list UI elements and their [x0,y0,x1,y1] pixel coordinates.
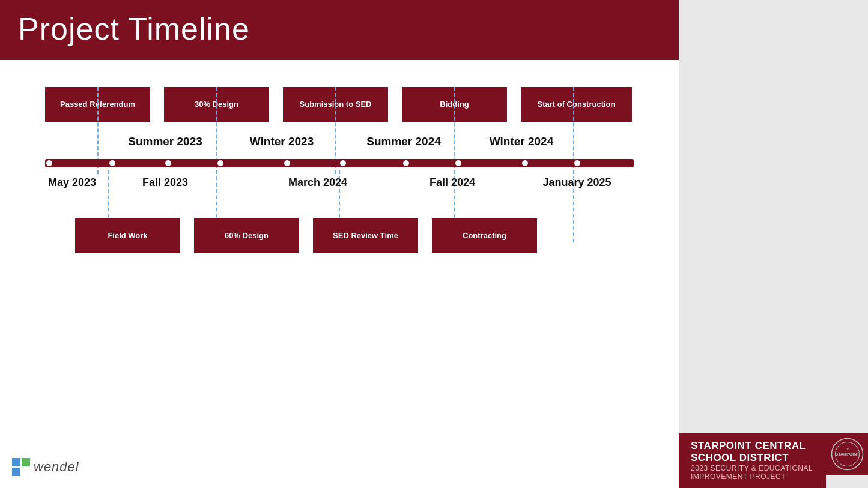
project-name: 2023 SECURITY & EDUCATIONAL IMPROVEMENT … [691,464,814,481]
lower-box-sed-review: SED Review Time [313,218,418,253]
timeline-wrapper: Passed Referendum 30% Design Submission … [45,87,634,267]
dot-8 [521,159,529,167]
svg-text:STARPOINT: STARPOINT [835,452,860,456]
dot-7 [454,159,463,167]
date-label-fall2023: Fall 2023 [129,176,201,189]
dot-1 [108,159,117,167]
timeline-section: Passed Referendum 30% Design Submission … [0,87,679,267]
main-content: Project Timeline Passed Referendum 30% D… [0,0,679,488]
dot-3 [216,159,225,167]
track-container [45,159,634,167]
wendel-green-top-right [22,458,30,466]
season-labels-row: Summer 2023 Winter 2023 Summer 2024 Wint… [45,130,634,159]
lower-boxes-row: Field Work 60% Design SED Review Time [45,218,634,267]
date-label-march2024: March 2024 [276,176,360,189]
lower-box-60-design: 60% Design [194,218,299,253]
date-label-jan2025: January 2025 [530,176,624,189]
seal-icon: STARPOINT ★ [831,438,864,471]
season-label-winter-2023: Winter 2023 [240,135,324,148]
district-name: STARPOINT CENTRAL SCHOOL DISTRICT [691,440,814,464]
dot-4 [283,159,291,167]
wendel-empty-bottom-right [22,468,30,476]
header-bar: Project Timeline [0,0,679,60]
district-seal: STARPOINT ★ [826,433,868,475]
right-sidebar: STARPOINT CENTRAL SCHOOL DISTRICT 2023 S… [679,0,868,488]
dot-0 [45,159,53,167]
wendel-squares-icon [12,458,30,476]
wendel-logo: wendel [12,458,79,476]
season-label-summer-2023: Summer 2023 [123,135,207,148]
date-label-may2023: May 2023 [36,176,108,189]
dot-6 [402,159,410,167]
svg-text:★: ★ [846,447,849,450]
dot-5 [339,159,347,167]
dot-9 [573,159,581,167]
footer-district-info: STARPOINT CENTRAL SCHOOL DISTRICT 2023 S… [679,433,826,488]
season-label-winter-2024: Winter 2024 [476,135,566,148]
wendel-text: wendel [34,459,79,475]
lower-box-contracting: Contracting [432,218,537,253]
page-title: Project Timeline [18,11,661,47]
wendel-blue-top-left [12,458,20,466]
wendel-blue-bottom-left [12,468,20,476]
upper-box-start-construction: Start of Construction [521,87,632,122]
dot-2 [164,159,172,167]
date-label-fall2024: Fall 2024 [416,176,488,189]
lower-box-field-work: Field Work [75,218,180,253]
footer-branding: STARPOINT CENTRAL SCHOOL DISTRICT 2023 S… [679,433,868,488]
date-labels-row: May 2023 Fall 2023 March 2024 Fall 2024 … [45,170,634,203]
season-label-summer-2024: Summer 2024 [359,135,449,148]
